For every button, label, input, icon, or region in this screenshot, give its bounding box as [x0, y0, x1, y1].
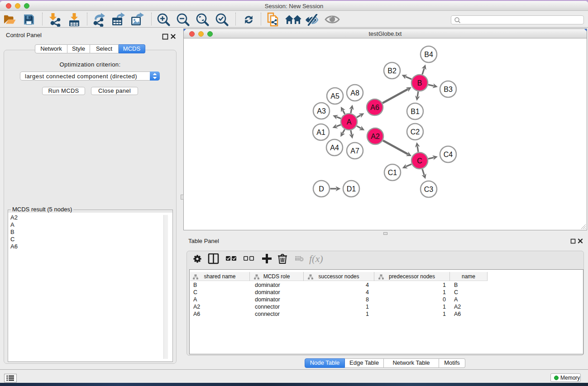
- svg-text:C: C: [417, 157, 422, 165]
- svg-text:D: D: [319, 185, 324, 193]
- svg-text:A6: A6: [370, 104, 379, 111]
- svg-text:A3: A3: [317, 107, 326, 115]
- svg-text:A7: A7: [350, 147, 359, 155]
- svg-text:A4: A4: [330, 144, 339, 152]
- svg-text:A1: A1: [316, 129, 325, 136]
- svg-text:C4: C4: [444, 151, 453, 158]
- svg-text:A8: A8: [350, 89, 359, 97]
- svg-text:B: B: [417, 79, 422, 87]
- svg-text:C2: C2: [411, 128, 420, 136]
- svg-text:B2: B2: [387, 67, 397, 75]
- svg-text:C1: C1: [388, 169, 397, 176]
- svg-text:A: A: [347, 118, 352, 126]
- svg-text:B1: B1: [411, 108, 420, 115]
- svg-text:A2: A2: [371, 133, 380, 140]
- svg-text:C3: C3: [424, 186, 434, 193]
- svg-text:B3: B3: [444, 86, 453, 93]
- svg-text:A5: A5: [330, 92, 339, 100]
- svg-text:D1: D1: [347, 185, 356, 193]
- svg-text:B4: B4: [424, 51, 433, 58]
- svg-text:f(x): f(x): [309, 253, 323, 264]
